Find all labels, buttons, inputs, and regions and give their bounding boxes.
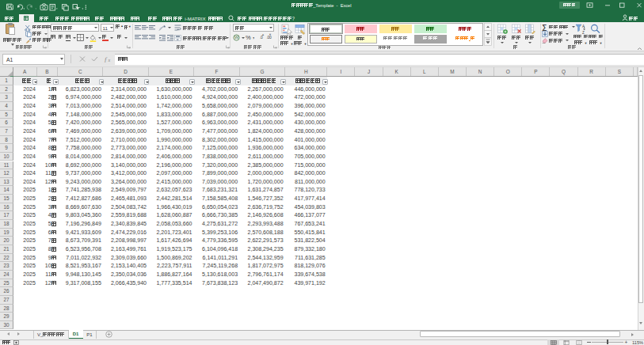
svg-text:f: f <box>105 55 108 63</box>
svg-text:x: x <box>108 58 111 63</box>
svg-text:W: W <box>234 35 239 40</box>
svg-text:Z: Z <box>582 30 585 34</box>
